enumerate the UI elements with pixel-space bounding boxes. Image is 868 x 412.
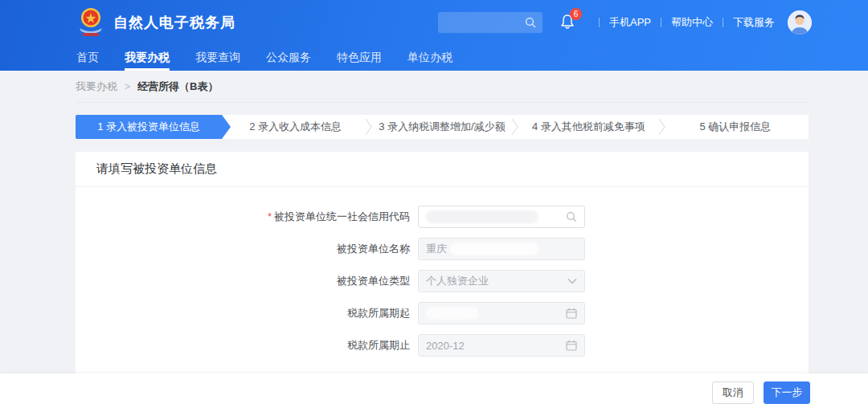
form-row-period-end: 税款所属期止 2020-12: [76, 334, 809, 357]
step-2: 2 录入收入成本信息: [222, 115, 368, 139]
form-body: *被投资单位统一社会信用代码 被投资单位名称: [76, 187, 809, 376]
calendar-icon: [566, 340, 577, 351]
divider: [723, 18, 723, 27]
next-step-button[interactable]: 下一步: [764, 381, 810, 404]
divider: [661, 18, 661, 27]
credit-code-input[interactable]: [418, 206, 585, 228]
step-4: 4 录入其他税前减免事项: [515, 115, 661, 139]
avatar[interactable]: [788, 10, 812, 35]
search-icon[interactable]: [566, 211, 577, 222]
breadcrumb: 我要办税 > 经营所得（B表）: [76, 71, 809, 103]
cancel-button[interactable]: 取消: [712, 381, 754, 404]
unit-type-value: 个人独资企业: [426, 274, 489, 288]
chevron-separator-icon: [365, 118, 372, 136]
unit-type-select: 个人独资企业: [418, 270, 585, 292]
step-indicator: 1 录入被投资单位信息 2 录入收入成本信息 3 录入纳税调整增加/减少额 4 …: [76, 115, 809, 139]
field-label: 被投资单位名称: [76, 242, 410, 256]
download-service-link[interactable]: 下载服务: [733, 15, 775, 30]
divider: [599, 18, 600, 27]
action-bar: 取消 下一步: [0, 373, 868, 412]
help-center-link[interactable]: 帮助中心: [671, 15, 713, 30]
field-label: *被投资单位统一社会信用代码: [76, 210, 410, 224]
step-1: 1 录入被投资单位信息: [76, 115, 222, 139]
form-row-period-start: 税款所属期起: [76, 302, 809, 324]
chevron-down-icon: [567, 278, 577, 284]
breadcrumb-parent[interactable]: 我要办税: [76, 80, 117, 94]
header-search-input[interactable]: [438, 12, 542, 33]
unit-name-input: 重庆: [418, 238, 585, 260]
main-nav: 首页 我要办税 我要查询 公众服务 特色应用 单位办税: [0, 45, 868, 71]
notifications-button[interactable]: 6: [560, 14, 575, 32]
nav-item-query[interactable]: 我要查询: [195, 45, 240, 71]
redacted-value: [450, 243, 538, 255]
national-emblem-icon: [76, 6, 105, 39]
required-marker: *: [268, 210, 272, 222]
field-label: 税款所属期起: [76, 306, 410, 320]
app-title: 自然人电子税务局: [113, 13, 235, 32]
nav-item-tax-handling[interactable]: 我要办税: [125, 45, 170, 71]
logo: 自然人电子税务局: [76, 6, 235, 39]
redacted-value: [426, 307, 479, 320]
content-container: 我要办税 > 经营所得（B表） 1 录入被投资单位信息 2 录入收入成本信息 3…: [76, 71, 809, 376]
nav-item-home[interactable]: 首页: [76, 45, 99, 71]
unit-name-value: 重庆: [426, 242, 447, 256]
form-row-unit-type: 被投资单位类型 个人独资企业: [76, 270, 809, 292]
header-right: 6 手机APP 帮助中心 下载服务: [438, 10, 812, 35]
field-label: 被投资单位类型: [76, 274, 410, 288]
mobile-app-link[interactable]: 手机APP: [609, 15, 651, 30]
period-end-input: 2020-12: [418, 334, 585, 357]
step-5: 5 确认申报信息: [662, 115, 809, 139]
form-row-credit-code: *被投资单位统一社会信用代码: [76, 206, 809, 228]
header: 自然人电子税务局 6 手机APP 帮助中心 下载服务: [0, 0, 868, 71]
period-end-value: 2020-12: [426, 340, 465, 352]
section-title: 请填写被投资单位信息: [76, 152, 809, 187]
field-label: 税款所属期止: [76, 338, 410, 353]
nav-item-featured-apps[interactable]: 特色应用: [337, 45, 382, 71]
calendar-icon: [566, 308, 577, 319]
search-icon: [525, 17, 536, 28]
redacted-value: [426, 210, 538, 223]
breadcrumb-current: 经营所得（B表）: [137, 80, 218, 94]
form-row-unit-name: 被投资单位名称 重庆: [76, 238, 809, 260]
chevron-separator-icon: [511, 118, 518, 136]
nav-item-unit-tax[interactable]: 单位办税: [407, 45, 452, 71]
header-top-bar: 自然人电子税务局 6 手机APP 帮助中心 下载服务: [0, 0, 868, 45]
nav-item-public-service[interactable]: 公众服务: [266, 45, 311, 71]
breadcrumb-separator: >: [125, 81, 130, 92]
chevron-separator-icon: [658, 118, 665, 136]
step-3: 3 录入纳税调整增加/减少额: [369, 115, 515, 139]
form-card: 请填写被投资单位信息 *被投资单位统一社会信用代码: [76, 152, 809, 376]
period-start-input: [418, 302, 585, 324]
notification-badge: 6: [570, 8, 582, 20]
